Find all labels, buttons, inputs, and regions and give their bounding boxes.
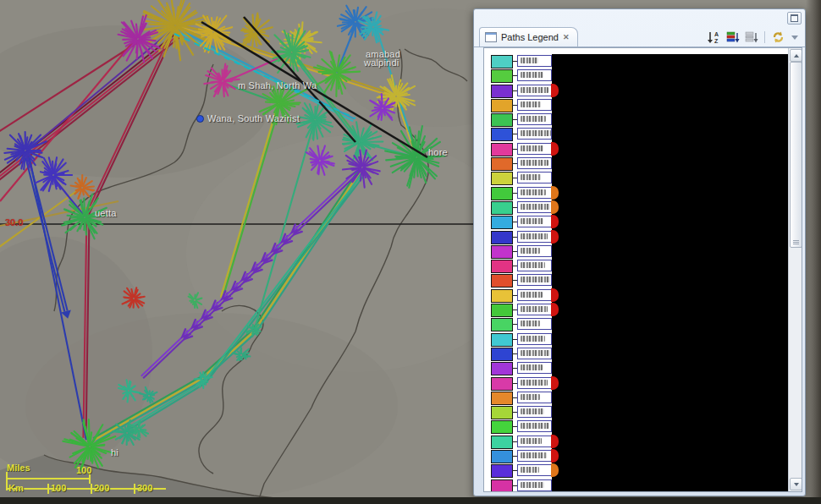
legend-color-swatch[interactable]	[491, 187, 513, 200]
legend-item[interactable]	[484, 347, 802, 361]
legend-item[interactable]	[484, 98, 802, 112]
latitude-value-label: 30.0	[5, 217, 23, 227]
legend-color-swatch[interactable]	[491, 201, 513, 215]
legend-item[interactable]	[484, 361, 802, 375]
legend-label-blurred	[517, 420, 552, 432]
legend-item[interactable]	[484, 317, 802, 331]
legend-label-blurred	[517, 392, 552, 403]
legend-item[interactable]	[484, 449, 802, 463]
sort-az-icon[interactable]: A Z	[707, 30, 721, 44]
restore-window-button[interactable]	[787, 12, 802, 25]
legend-color-swatch[interactable]	[491, 420, 513, 434]
legend-color-swatch[interactable]	[491, 99, 513, 112]
legend-item[interactable]	[484, 127, 802, 141]
scroll-down-button[interactable]	[790, 478, 802, 490]
legend-item[interactable]	[484, 376, 802, 391]
legend-item[interactable]	[484, 435, 802, 449]
redaction-edge-mark	[551, 435, 559, 448]
legend-item[interactable]	[484, 405, 802, 419]
view-window-icon	[485, 32, 497, 42]
legend-color-swatch[interactable]	[491, 245, 513, 259]
up-arrow-icon	[794, 54, 799, 58]
legend-color-swatch[interactable]	[491, 260, 513, 273]
legend-item[interactable]	[484, 54, 802, 68]
legend-item[interactable]	[484, 112, 802, 127]
panel-top-strip	[474, 9, 805, 24]
legend-color-swatch[interactable]	[491, 362, 513, 375]
legend-color-swatch[interactable]	[491, 318, 513, 331]
legend-item[interactable]	[484, 332, 802, 347]
legend-item[interactable]	[484, 171, 802, 185]
view-menu-dropdown-icon[interactable]	[791, 36, 798, 40]
scroll-up-button[interactable]	[790, 49, 802, 62]
legend-item[interactable]	[484, 463, 802, 478]
legend-item[interactable]	[484, 186, 802, 200]
legend-color-swatch[interactable]	[491, 231, 513, 244]
letterbox-bar	[0, 497, 821, 504]
legend-item[interactable]	[484, 273, 802, 288]
legend-item[interactable]	[484, 200, 802, 215]
legend-color-swatch[interactable]	[491, 55, 513, 68]
legend-item[interactable]	[484, 303, 802, 317]
legend-color-swatch[interactable]	[491, 333, 513, 347]
legend-color-swatch[interactable]	[491, 436, 513, 449]
down-arrow-icon	[794, 483, 799, 486]
legend-label-blurred	[517, 406, 552, 418]
move-gray-rows-icon[interactable]	[744, 30, 758, 44]
legend-color-swatch[interactable]	[491, 113, 513, 127]
tab-title: Paths Legend	[501, 32, 559, 42]
scrollbar-thumb[interactable]	[790, 62, 802, 248]
redaction-edge-mark	[551, 463, 559, 477]
legend-item[interactable]	[484, 479, 802, 492]
redaction-edge-mark	[551, 376, 559, 390]
panel-toolbar: A Z	[707, 30, 798, 44]
scale-km-200: 200	[94, 483, 109, 493]
redaction-edge-mark	[551, 200, 559, 214]
legend-color-swatch[interactable]	[491, 289, 513, 303]
legend-label-blurred	[517, 128, 552, 140]
legend-item[interactable]	[484, 142, 802, 156]
legend-label-blurred	[517, 479, 552, 491]
legend-item[interactable]	[484, 391, 802, 405]
legend-label-blurred	[517, 260, 552, 271]
legend-label-blurred	[517, 436, 552, 447]
redaction-edge-mark	[551, 449, 559, 463]
legend-color-swatch[interactable]	[491, 216, 513, 229]
legend-item[interactable]	[484, 288, 802, 303]
legend-label-blurred	[517, 143, 552, 155]
legend-color-swatch[interactable]	[491, 274, 513, 288]
legend-color-swatch[interactable]	[491, 479, 513, 492]
legend-item[interactable]	[484, 215, 802, 229]
legend-item[interactable]	[484, 259, 802, 273]
scale-miles-100: 100	[76, 465, 91, 475]
refresh-icon[interactable]	[771, 30, 785, 44]
legend-color-swatch[interactable]	[491, 85, 513, 98]
tab-paths-legend[interactable]: Paths Legend ✕	[479, 27, 578, 47]
legend-color-swatch[interactable]	[491, 348, 513, 361]
legend-item[interactable]	[484, 419, 802, 434]
legend-item[interactable]	[484, 230, 802, 244]
close-icon[interactable]: ✕	[563, 33, 570, 41]
legend-scrollbar[interactable]	[788, 48, 802, 491]
legend-item[interactable]	[484, 156, 802, 171]
legend-item[interactable]	[484, 244, 802, 259]
map-edge-shadow	[806, 0, 821, 504]
legend-color-swatch[interactable]	[491, 377, 513, 391]
legend-item[interactable]	[484, 68, 802, 83]
legend-color-swatch[interactable]	[491, 143, 513, 156]
legend-item[interactable]	[484, 84, 802, 98]
legend-color-swatch[interactable]	[491, 406, 513, 419]
legend-color-swatch[interactable]	[491, 304, 513, 317]
move-colored-rows-icon[interactable]	[725, 30, 740, 44]
legend-color-swatch[interactable]	[491, 450, 513, 463]
legend-list[interactable]	[483, 47, 802, 492]
legend-color-swatch[interactable]	[491, 69, 513, 83]
legend-color-swatch[interactable]	[491, 392, 513, 405]
legend-color-swatch[interactable]	[491, 157, 513, 171]
legend-label-blurred	[517, 201, 552, 213]
legend-color-swatch[interactable]	[491, 464, 513, 478]
legend-label-blurred	[517, 172, 552, 184]
legend-color-swatch[interactable]	[491, 128, 513, 141]
legend-label-blurred	[517, 289, 552, 301]
legend-color-swatch[interactable]	[491, 172, 513, 185]
